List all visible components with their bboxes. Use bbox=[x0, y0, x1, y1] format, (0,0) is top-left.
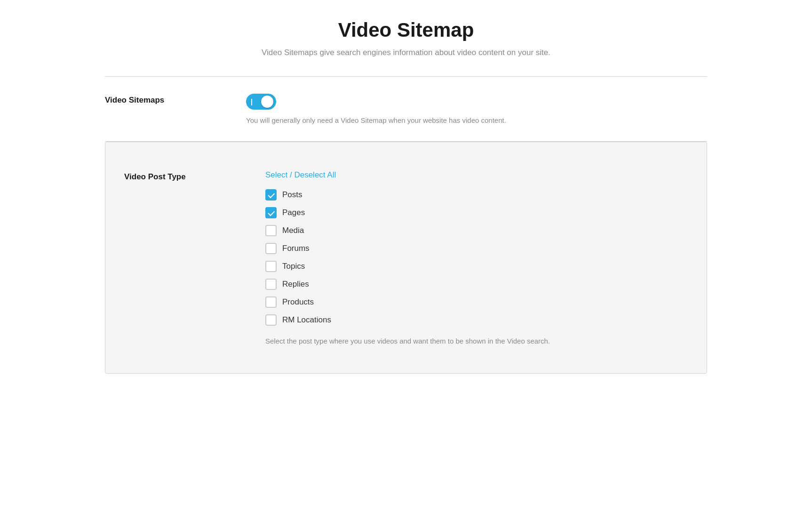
checkbox-label-rm-locations: RM Locations bbox=[282, 315, 331, 325]
checkbox-pages[interactable] bbox=[265, 207, 277, 218]
checkbox-item-products[interactable]: Products bbox=[265, 297, 688, 308]
checkbox-products[interactable] bbox=[265, 297, 277, 308]
toggle-slider: | bbox=[246, 94, 276, 110]
checkbox-item-topics[interactable]: Topics bbox=[265, 261, 688, 272]
toggle-hint: You will generally only need a Video Sit… bbox=[246, 116, 575, 124]
checkbox-label-products: Products bbox=[282, 297, 314, 307]
toggle-container: | You will generally only need a Video S… bbox=[246, 94, 707, 124]
checkbox-topics[interactable] bbox=[265, 261, 277, 272]
checkbox-item-replies[interactable]: Replies bbox=[265, 279, 688, 290]
checkbox-rm-locations[interactable] bbox=[265, 314, 277, 326]
select-deselect-link[interactable]: Select / Deselect All bbox=[265, 170, 336, 180]
checkbox-item-media[interactable]: Media bbox=[265, 225, 688, 236]
video-sitemaps-toggle[interactable]: | bbox=[246, 94, 276, 110]
page-title: Video Sitemap bbox=[105, 19, 707, 41]
post-type-label: Video Post Type bbox=[124, 170, 265, 182]
checkbox-label-replies: Replies bbox=[282, 280, 309, 289]
checkbox-list: Posts Pages Media Forums bbox=[265, 189, 688, 326]
toggle-icon: | bbox=[251, 98, 253, 105]
checkbox-forums[interactable] bbox=[265, 243, 277, 254]
checkbox-label-media: Media bbox=[282, 226, 304, 235]
video-sitemaps-label: Video Sitemaps bbox=[105, 94, 246, 105]
checkbox-posts[interactable] bbox=[265, 189, 277, 200]
checkbox-replies[interactable] bbox=[265, 279, 277, 290]
checkbox-item-posts[interactable]: Posts bbox=[265, 189, 688, 200]
video-sitemaps-row: Video Sitemaps | You will generally only… bbox=[105, 77, 707, 142]
checkbox-label-topics: Topics bbox=[282, 262, 305, 271]
video-sitemaps-content: | You will generally only need a Video S… bbox=[246, 94, 707, 124]
page-subtitle: Video Sitemaps give search engines infor… bbox=[105, 48, 707, 57]
checkbox-item-pages[interactable]: Pages bbox=[265, 207, 688, 218]
checkbox-label-forums: Forums bbox=[282, 244, 310, 253]
video-post-type-section: Video Post Type Select / Deselect All Po… bbox=[105, 142, 707, 374]
page-header: Video Sitemap Video Sitemaps give search… bbox=[105, 19, 707, 76]
post-type-inner: Video Post Type Select / Deselect All Po… bbox=[105, 156, 707, 359]
checkbox-label-posts: Posts bbox=[282, 190, 303, 200]
checkbox-media[interactable] bbox=[265, 225, 277, 236]
post-type-hint: Select the post type where you use video… bbox=[265, 337, 642, 345]
checkbox-item-forums[interactable]: Forums bbox=[265, 243, 688, 254]
post-type-content: Select / Deselect All Posts Pages bbox=[265, 170, 688, 345]
checkbox-label-pages: Pages bbox=[282, 208, 305, 217]
checkbox-item-rm-locations[interactable]: RM Locations bbox=[265, 314, 688, 326]
